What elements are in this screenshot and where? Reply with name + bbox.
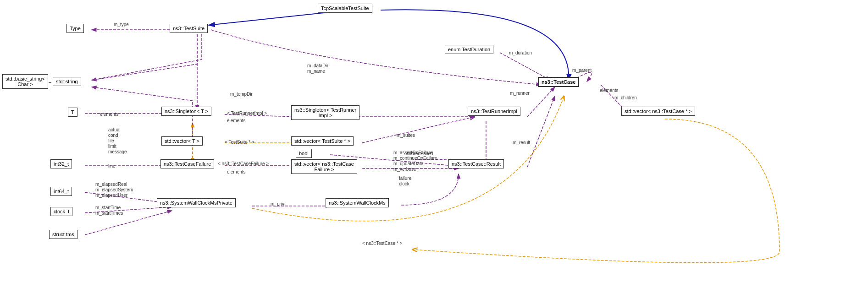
label-testcaseptr2: < ns3::TestCase * >	[362, 241, 402, 246]
node-ns3SingletonTestRunnerImpl: ns3::Singleton< TestRunnerImpl >	[291, 105, 359, 120]
label-testcasefailure: < ns3::TestCaseFailure >	[218, 161, 269, 166]
label-mduration: m_duration	[509, 50, 532, 55]
label-actual: actual	[108, 127, 121, 132]
svg-line-10	[527, 87, 555, 117]
node-stdstring: std::string	[53, 77, 81, 86]
label-mname: m_name	[307, 69, 325, 74]
label-msuites: m_suites	[397, 133, 415, 138]
label-cond: cond	[108, 133, 118, 138]
node-stdvectorTestCasePtr: std::vector< ns3::TestCase * >	[621, 107, 695, 116]
label-failure: failure	[399, 176, 411, 181]
label-limit: limit	[108, 144, 116, 149]
svg-line-19	[527, 96, 555, 167]
label-mtempdir: m_tempDir	[230, 92, 253, 97]
node-T: T	[68, 108, 77, 117]
node-stdbasicstring: std::basic_string<Char >	[2, 74, 48, 89]
label-testsuiteptr: < TestSuite * >	[225, 140, 254, 145]
label-mchildren: m_children	[614, 95, 637, 100]
label-melapsedreal: m_elapsedReal	[95, 182, 127, 187]
label-elements1: elements	[100, 112, 119, 117]
node-int32t: int32_t	[50, 159, 72, 168]
node-Type: Type	[66, 24, 84, 33]
node-ns3TestCaseFailure: ns3::TestCaseFailure	[160, 159, 214, 168]
node-ns3TestCase: ns3::TestCase	[538, 77, 579, 87]
label-mtype: m_type	[114, 22, 129, 27]
node-structtms: struct tms	[49, 230, 77, 239]
label-melapseduser: m_elapsedUser	[95, 193, 127, 198]
label-childrenfailed: childrenFailed	[404, 151, 433, 156]
label-file: file	[108, 138, 114, 143]
node-ns3TestSuite: ns3::TestSuite	[170, 24, 208, 33]
label-mcontinueonfailure: m_continueOnFailure	[393, 156, 437, 161]
label-clock: clock	[399, 181, 409, 186]
node-ns3TestRunnerImpl: ns3::TestRunnerImpl	[468, 107, 520, 116]
node-ns3SystemWallClockMsPrivate: ns3::SystemWallClockMsPrivate	[157, 198, 236, 207]
label-mparent: m_parent	[572, 68, 592, 73]
node-TcpScalableTestSuite: TcpScalableTestSuite	[318, 4, 372, 13]
label-mverbose: m_verbose	[393, 167, 416, 172]
label-elements3: elements	[600, 88, 619, 93]
label-message: message	[108, 149, 127, 154]
node-ns3SystemWallClockMs: ns3::SystemWallClockMs	[326, 198, 389, 207]
label-elements4: elements	[227, 169, 246, 174]
node-bool: bool	[296, 149, 312, 158]
label-mpriv: m_priv	[271, 201, 284, 206]
label-testrunnerimpl: < TestRunnerImpl >	[227, 111, 267, 116]
node-stdvectorT: std::vector< T >	[161, 136, 203, 146]
label-melapsedsystem: m_elapsedSystem	[95, 187, 133, 192]
label-elements2: elements	[227, 118, 246, 123]
label-mstarttimes: m_startTimes	[95, 211, 123, 216]
node-clockt: clock_t	[50, 207, 72, 216]
svg-line-9	[362, 117, 475, 143]
label-mstarttime: m_startTime	[95, 205, 121, 210]
svg-line-12	[500, 53, 550, 80]
label-mresult: m_result	[513, 140, 530, 145]
node-enumTestDuration: enum TestDuration	[445, 45, 493, 54]
label-mdatadir: m_dataDir	[307, 63, 328, 68]
arrows-svg	[0, 0, 868, 282]
node-stdvectorTestSuitePtr: std::vector< TestSuite * >	[291, 136, 354, 146]
node-ns3TestCaseFailureVec: std::vector< ns3::TestCaseFailure >	[291, 159, 357, 174]
node-int64t: int64_t	[50, 187, 72, 196]
diagram-container: TcpScalableTestSuite Type ns3::TestSuite…	[0, 0, 868, 282]
label-mrunner: m_runner	[510, 91, 530, 96]
node-ns3TestCaseResult: ns3::TestCase::Result	[448, 159, 504, 168]
label-line: line	[108, 163, 116, 168]
label-mupdatedata: m_updateData	[393, 161, 424, 166]
node-ns3SingletonT: ns3::Singleton< T >	[161, 107, 211, 116]
